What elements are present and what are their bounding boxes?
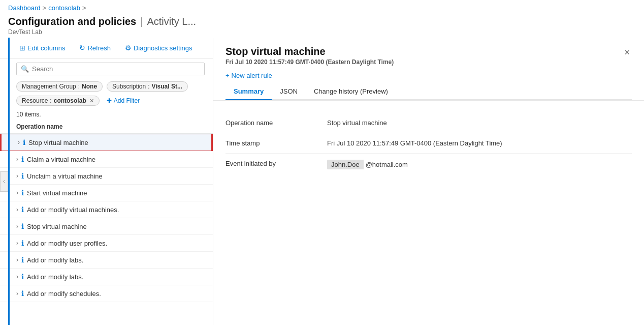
- refresh-label: Refresh: [87, 44, 111, 52]
- breadcrumb-sep1: >: [43, 4, 47, 12]
- chevron-right-icon: ›: [16, 156, 18, 163]
- page-title-pipe: |: [140, 16, 143, 27]
- breadcrumb-sep2: >: [82, 4, 86, 12]
- new-alert-rule-label: New alert rule: [232, 72, 272, 79]
- items-count: 10 items.: [0, 108, 213, 120]
- list-item-name: Unclaim a virtual machine: [27, 172, 103, 180]
- table-header: Operation name: [0, 120, 213, 134]
- chevron-right-icon: ›: [16, 290, 18, 297]
- breadcrumb-dashboard[interactable]: Dashboard: [8, 4, 41, 12]
- list-item-name: Claim a virtual machine: [27, 156, 95, 163]
- resource-separator: :: [50, 97, 51, 104]
- search-bar: 🔍: [0, 58, 213, 79]
- list-item[interactable]: › ℹ Start virtual machine: [0, 185, 213, 201]
- chevron-right-icon: ›: [16, 206, 18, 213]
- diagnostics-label: Diagnostics settings: [134, 44, 192, 52]
- chevron-right-icon: ›: [16, 223, 18, 230]
- info-icon: ℹ: [21, 289, 24, 298]
- search-input[interactable]: [32, 65, 200, 73]
- edit-columns-icon: ⊞: [19, 44, 25, 52]
- operation-name-label: Operation name: [226, 119, 327, 127]
- search-icon: 🔍: [21, 65, 29, 73]
- panel-title-row: Stop virtual machine Fri Jul 10 2020 11:…: [226, 46, 632, 66]
- event-initiated-value: John.Doe @hotmail.com: [327, 160, 632, 169]
- left-panel: ‹ ⊞ Edit columns ↻ Refresh ⚙ Diagnostics…: [0, 38, 213, 325]
- list-item[interactable]: › ℹ Claim a virtual machine: [0, 151, 213, 168]
- refresh-icon: ↻: [79, 44, 85, 52]
- breadcrumb: Dashboard > contosolab >: [0, 0, 644, 16]
- list-item[interactable]: › ℹ Add or modify user profiles.: [0, 235, 213, 252]
- vertical-divider: [8, 38, 10, 325]
- list-item-name: Add or modify user profiles.: [27, 240, 107, 247]
- list-item[interactable]: › ℹ Unclaim a virtual machine: [0, 168, 213, 185]
- edit-columns-label: Edit columns: [27, 44, 65, 52]
- refresh-button[interactable]: ↻ Refresh: [76, 42, 114, 54]
- chevron-right-icon: ›: [16, 172, 18, 180]
- info-icon: ℹ: [21, 155, 24, 163]
- resource-value: contosolab: [54, 97, 86, 104]
- user-badge: John.Doe @hotmail.com: [327, 160, 408, 169]
- detail-table: Operation name Stop virtual machine Time…: [226, 113, 632, 175]
- diagnostics-button[interactable]: ⚙ Diagnostics settings: [122, 42, 196, 54]
- main-layout: ‹ ⊞ Edit columns ↻ Refresh ⚙ Diagnostics…: [0, 38, 644, 325]
- list-item-name: Add or modify labs.: [27, 256, 83, 264]
- timestamp-label: Time stamp: [226, 139, 327, 147]
- list-item-name: Add or modify schedules.: [27, 290, 101, 298]
- tab-summary[interactable]: Summary: [226, 83, 272, 100]
- edit-columns-button[interactable]: ⊞ Edit columns: [16, 42, 68, 54]
- management-group-value: None: [82, 83, 97, 90]
- info-icon: ℹ: [21, 222, 24, 230]
- list-item[interactable]: › ℹ Stop virtual machine: [0, 134, 213, 151]
- chevron-right-icon: ›: [16, 240, 18, 247]
- info-icon: ℹ: [23, 138, 25, 146]
- list-item[interactable]: › ℹ Add or modify labs.: [0, 252, 213, 269]
- management-group-separator: :: [78, 83, 80, 90]
- panel-title-text: Stop virtual machine Fri Jul 10 2020 11:…: [226, 46, 394, 66]
- timestamp-value: Fri Jul 10 2020 11:57:49 GMT-0400 (Easte…: [327, 139, 632, 147]
- right-panel: Stop virtual machine Fri Jul 10 2020 11:…: [213, 38, 644, 325]
- list-item[interactable]: › ℹ Stop virtual machine: [0, 218, 213, 235]
- chevron-right-icon: ›: [18, 139, 20, 146]
- page-title-row: Configuration and policies | Activity L.…: [8, 16, 636, 27]
- management-group-label: Management Group: [22, 83, 76, 90]
- panel-header: Stop virtual machine Fri Jul 10 2020 11:…: [213, 38, 644, 101]
- tabs-bar: SummaryJSONChange history (Preview): [226, 83, 632, 100]
- close-button[interactable]: ×: [622, 46, 632, 59]
- list-item[interactable]: › ℹ Add or modify virtual machines.: [0, 201, 213, 218]
- toolbar: ⊞ Edit columns ↻ Refresh ⚙ Diagnostics s…: [0, 38, 213, 58]
- list-item-name: Stop virtual machine: [27, 223, 87, 230]
- column-header-operation-name: Operation name: [16, 123, 62, 130]
- breadcrumb-contosolab[interactable]: contosolab: [48, 4, 80, 12]
- subscription-label: Subscription: [112, 83, 146, 90]
- page-subtitle-text: Activity L...: [147, 16, 196, 27]
- user-domain: @hotmail.com: [364, 160, 408, 169]
- list-item[interactable]: › ℹ Add or modify schedules.: [0, 285, 213, 302]
- event-initiated-label: Event initiated by: [226, 160, 327, 167]
- tab-json[interactable]: JSON: [272, 83, 306, 100]
- resource-filter: Resource : contosolab ✕: [16, 96, 100, 106]
- list-item[interactable]: › ℹ Add or modify labs.: [0, 269, 213, 285]
- info-icon: ℹ: [21, 273, 24, 281]
- new-alert-rule-plus-icon: +: [226, 72, 230, 79]
- filter-bar: Management Group : None Subscription : V…: [0, 79, 213, 108]
- new-alert-rule-button[interactable]: + New alert rule: [226, 66, 272, 83]
- operation-name-row: Operation name Stop virtual machine: [226, 113, 632, 133]
- panel-timestamp: Fri Jul 10 2020 11:57:49 GMT-0400 (Easte…: [226, 58, 394, 66]
- toggle-icon: ‹: [3, 179, 5, 184]
- list-item-name: Add or modify labs.: [27, 273, 83, 281]
- add-filter-button[interactable]: ✚ Add Filter: [104, 96, 143, 105]
- operation-name-value: Stop virtual machine: [327, 119, 632, 127]
- search-wrapper: 🔍: [16, 63, 205, 75]
- resource-filter-remove[interactable]: ✕: [89, 98, 94, 104]
- resource-label: Resource: [22, 97, 48, 104]
- management-group-filter: Management Group : None: [16, 81, 103, 92]
- side-toggle-button[interactable]: ‹: [0, 171, 8, 192]
- diagnostics-icon: ⚙: [125, 44, 132, 52]
- panel-body: Operation name Stop virtual machine Time…: [213, 101, 644, 325]
- info-icon: ℹ: [21, 172, 24, 180]
- timestamp-row: Time stamp Fri Jul 10 2020 11:57:49 GMT-…: [226, 133, 632, 154]
- tab-change_history[interactable]: Change history (Preview): [306, 83, 396, 100]
- subscription-value: Visual St...: [151, 83, 182, 90]
- chevron-right-icon: ›: [16, 189, 18, 196]
- list-container: › ℹ Stop virtual machine › ℹ Claim a vir…: [0, 134, 213, 325]
